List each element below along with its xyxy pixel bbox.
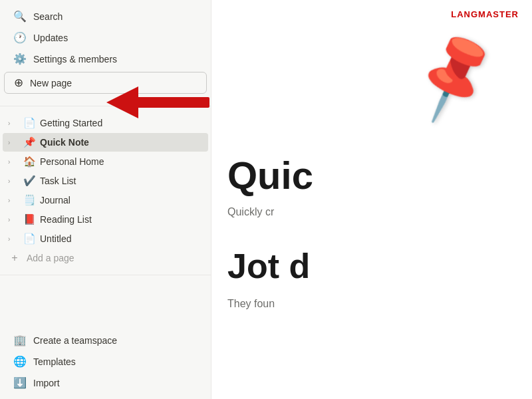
new-page-icon: ⊕ xyxy=(14,76,23,90)
search-icon: 🔍 xyxy=(13,10,27,23)
sidebar-divider xyxy=(0,106,211,106)
quick-note-label: Quick Note xyxy=(40,137,201,148)
quick-note-icon: 📌 xyxy=(23,136,36,148)
sidebar-item-updates[interactable]: 🕐 Updates xyxy=(4,27,207,48)
sidebar-settings-label: Settings & members xyxy=(33,54,198,65)
page-item-journal[interactable]: › 🗒️ Journal xyxy=(3,191,208,209)
create-teamspace-label: Create a teamspace xyxy=(33,335,198,346)
sidebar-search-label: Search xyxy=(33,11,198,22)
add-page-label: Add a page xyxy=(27,253,74,263)
settings-icon: ⚙️ xyxy=(13,53,27,65)
personal-home-label: Personal Home xyxy=(40,156,201,167)
sidebar-item-templates[interactable]: 🌐 Templates xyxy=(4,351,207,372)
updates-icon: 🕐 xyxy=(13,31,27,44)
page-item-getting-started[interactable]: › 📄 Getting Started xyxy=(3,114,208,132)
reading-list-icon: 📕 xyxy=(23,213,36,225)
sidebar: 🔍 Search 🕐 Updates ⚙️ Settings & members… xyxy=(0,0,211,399)
sidebar-top-section: 🔍 Search 🕐 Updates ⚙️ Settings & members… xyxy=(0,0,211,102)
sidebar-item-create-teamspace[interactable]: 🏢 Create a teamspace xyxy=(4,330,207,350)
import-icon: ⬇️ xyxy=(13,376,27,389)
page-item-untitled[interactable]: › 📄 Untitled xyxy=(3,229,208,248)
journal-icon: 🗒️ xyxy=(23,194,36,206)
sidebar-item-import[interactable]: ⬇️ Import xyxy=(4,372,207,393)
page-item-reading-list[interactable]: › 📕 Reading List xyxy=(3,210,208,229)
chevron-icon: › xyxy=(8,235,19,243)
page-item-task-list[interactable]: › ✔️ Task List xyxy=(3,172,208,190)
chevron-icon: › xyxy=(8,120,19,127)
reading-list-label: Reading List xyxy=(40,214,201,225)
chevron-icon: › xyxy=(8,158,19,166)
add-page-button[interactable]: + Add a page xyxy=(3,249,208,267)
page-item-quick-note[interactable]: › 📌 Quick Note xyxy=(3,133,208,152)
sidebar-bottom-section: 🏢 Create a teamspace 🌐 Templates ⬇️ Impo… xyxy=(0,324,211,399)
personal-home-icon: 🏠 xyxy=(23,156,36,168)
getting-started-label: Getting Started xyxy=(40,118,201,128)
page-item-personal-home[interactable]: › 🏠 Personal Home xyxy=(3,152,208,171)
main-content: LANGMASTER 📌 Quic Quickly cr Jot d They … xyxy=(211,0,532,399)
jot-sub-text: They foun xyxy=(227,298,275,310)
main-sub-text: Quickly cr xyxy=(227,206,274,218)
brand-label: LANGMASTER xyxy=(451,9,519,19)
main-heading: Quic xyxy=(227,153,313,198)
teamspace-icon: 🏢 xyxy=(13,334,27,346)
pin-emoji: 📌 xyxy=(402,25,507,127)
task-list-label: Task List xyxy=(40,176,201,186)
sidebar-updates-label: Updates xyxy=(33,33,198,43)
plus-icon: + xyxy=(8,252,21,264)
chevron-icon: › xyxy=(8,139,19,146)
chevron-icon: › xyxy=(8,197,19,204)
untitled-icon: 📄 xyxy=(23,233,36,245)
templates-icon: 🌐 xyxy=(13,355,27,368)
jot-heading: Jot d xyxy=(227,246,310,286)
new-page-button[interactable]: ⊕ New page xyxy=(4,72,207,94)
task-list-icon: ✔️ xyxy=(23,175,36,187)
nav-pages-section: › 📄 Getting Started › 📌 Quick Note › 🏠 P… xyxy=(0,110,211,271)
new-page-label: New page xyxy=(30,78,72,88)
untitled-label: Untitled xyxy=(40,233,201,244)
sidebar-item-search[interactable]: 🔍 Search xyxy=(4,6,207,27)
sidebar-divider-2 xyxy=(0,275,211,275)
import-label: Import xyxy=(33,378,198,388)
journal-label: Journal xyxy=(40,195,201,205)
templates-label: Templates xyxy=(33,356,198,367)
chevron-icon: › xyxy=(8,216,19,223)
chevron-icon: › xyxy=(8,178,19,185)
getting-started-icon: 📄 xyxy=(23,117,36,129)
sidebar-item-settings[interactable]: ⚙️ Settings & members xyxy=(4,49,207,69)
